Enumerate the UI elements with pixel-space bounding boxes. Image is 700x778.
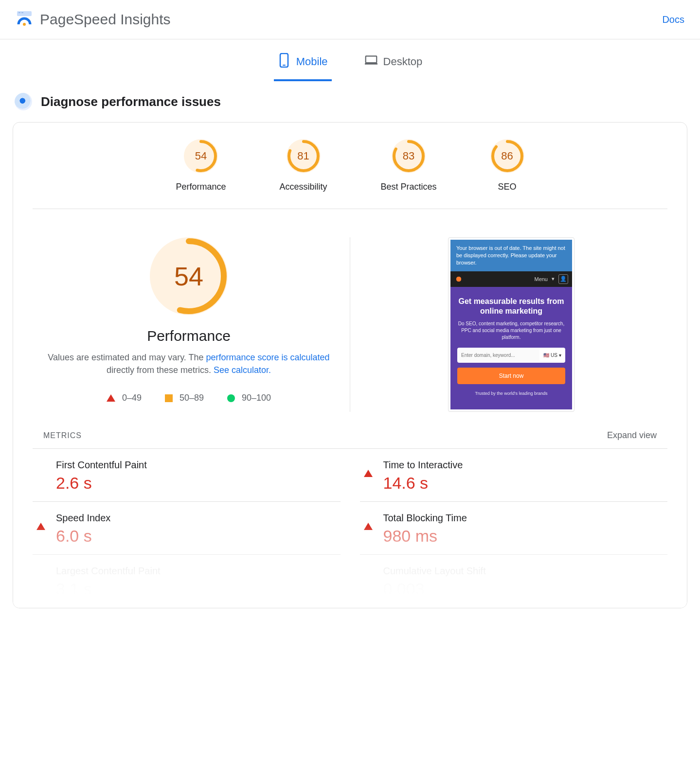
gauge-label: Accessibility xyxy=(279,182,327,192)
chevron-down-icon: ▾ xyxy=(552,276,555,282)
mobile-icon xyxy=(278,53,290,71)
category-scores: 54 Performance 81 Accessibility 83 Best … xyxy=(33,139,667,209)
gauge-label: SEO xyxy=(498,182,517,192)
screenshot-col: Your browser is out of date. The site mi… xyxy=(355,237,667,412)
score-calc-link[interactable]: performance score is calculated xyxy=(206,353,330,362)
svg-rect-7 xyxy=(365,63,377,65)
legend-pass: 90–100 xyxy=(227,393,271,403)
gauge-value: 54 xyxy=(184,139,218,173)
performance-gauge-label: Performance xyxy=(147,328,231,344)
expand-view-toggle[interactable]: Expand view xyxy=(607,430,657,441)
user-icon: 👤 xyxy=(558,274,568,284)
metric-value: 14.6 s xyxy=(383,474,463,493)
square-orange-icon xyxy=(165,394,173,402)
triangle-red-icon xyxy=(107,394,115,402)
brand-title: PageSpeed Insights xyxy=(40,11,171,28)
diagnose-row: Diagnose performance issues xyxy=(0,81,700,115)
metric-row: Time to Interactive 14.6 s xyxy=(360,449,668,502)
screenshot-hero-title: Get measurable results from online marke… xyxy=(457,297,565,317)
legend-average: 50–89 xyxy=(165,393,204,403)
screenshot-search: 🇺🇸US▾ xyxy=(457,348,565,363)
performance-note: Values are estimated and may vary. The p… xyxy=(48,351,330,376)
gauge-value: 81 xyxy=(287,139,321,173)
performance-gauge: 54 xyxy=(150,237,228,315)
tab-mobile[interactable]: Mobile xyxy=(274,48,332,81)
svg-rect-5 xyxy=(283,65,286,66)
screenshot-search-input xyxy=(459,350,539,361)
diagnose-icon xyxy=(15,93,32,110)
metric-row: Largest Contentful Paint 3.1 s xyxy=(33,555,341,608)
metric-name: First Contentful Paint xyxy=(56,460,147,471)
gauge-icon: 86 xyxy=(490,139,524,173)
metric-row: Total Blocking Time 980 ms xyxy=(360,502,668,555)
metrics-title: METRICS xyxy=(43,431,82,440)
score-performance[interactable]: 54 Performance xyxy=(176,139,226,192)
metric-row: Cumulative Layout Shift 0.003 xyxy=(360,555,668,608)
gauge-label: Best Practices xyxy=(381,182,437,192)
screenshot-cta: Start now xyxy=(457,368,565,384)
top-bar: PageSpeed Insights Docs xyxy=(0,0,700,39)
screenshot-trust: Trusted by the world's leading brands xyxy=(457,391,565,400)
flag-icon: 🇺🇸 xyxy=(543,353,549,358)
docs-link[interactable]: Docs xyxy=(662,14,684,25)
performance-gauge-value: 54 xyxy=(150,237,228,315)
gauge-label: Performance xyxy=(176,182,226,192)
metric-value: 3.1 s xyxy=(56,580,161,599)
triangle-red-icon xyxy=(364,461,373,477)
gauge-icon: 54 xyxy=(184,139,218,173)
triangle-red-icon xyxy=(364,514,373,530)
metric-value: 6.0 s xyxy=(56,527,110,546)
metrics-header: METRICS Expand view xyxy=(33,426,667,449)
metric-name: Speed Index xyxy=(56,513,110,524)
metric-value: 980 ms xyxy=(383,527,467,546)
metric-row: Speed Index 6.0 s xyxy=(33,502,341,555)
screenshot-menubar: Menu▾ 👤 xyxy=(450,271,572,287)
tab-mobile-label: Mobile xyxy=(296,55,328,68)
metric-name: Time to Interactive xyxy=(383,460,463,471)
gauge-icon: 81 xyxy=(287,139,321,173)
metric-name: Total Blocking Time xyxy=(383,513,467,524)
score-best practices[interactable]: 83 Best Practices xyxy=(381,139,437,192)
metric-row: First Contentful Paint 2.6 s xyxy=(33,449,341,502)
metrics-grid: First Contentful Paint 2.6 s Time to Int… xyxy=(33,449,667,608)
pagespeed-logo-icon xyxy=(16,10,33,29)
score-accessibility[interactable]: 81 Accessibility xyxy=(279,139,327,192)
screenshot-hero-subtitle: Do SEO, content marketing, competitor re… xyxy=(457,320,565,341)
score-seo[interactable]: 86 SEO xyxy=(490,139,524,192)
chevron-down-icon: ▾ xyxy=(559,353,561,358)
metric-value: 2.6 s xyxy=(56,474,147,493)
metric-name: Cumulative Layout Shift xyxy=(383,566,486,577)
diagnose-title: Diagnose performance issues xyxy=(41,94,221,109)
see-calculator-link[interactable]: See calculator. xyxy=(214,365,271,375)
svg-rect-0 xyxy=(17,11,32,16)
screenshot-locale: 🇺🇸US▾ xyxy=(541,350,563,361)
gauge-value: 83 xyxy=(392,139,426,173)
score-legend: 0–49 50–89 90–100 xyxy=(107,393,271,403)
svg-rect-1 xyxy=(18,12,20,13)
desktop-icon xyxy=(365,53,377,71)
svg-rect-6 xyxy=(365,56,377,63)
performance-row: 54 Performance Values are estimated and … xyxy=(23,209,677,426)
performance-gauge-col: 54 Performance Values are estimated and … xyxy=(33,237,350,412)
flame-logo-icon xyxy=(454,275,463,283)
triangle-red-icon xyxy=(36,514,45,530)
legend-fail: 0–49 xyxy=(107,393,142,403)
page-screenshot: Your browser is out of date. The site mi… xyxy=(448,237,574,412)
outdated-browser-banner: Your browser is out of date. The site mi… xyxy=(450,240,572,271)
gauge-icon: 83 xyxy=(392,139,426,173)
report-card: 54 Performance 81 Accessibility 83 Best … xyxy=(13,122,687,608)
metric-name: Largest Contentful Paint xyxy=(56,566,161,577)
svg-point-3 xyxy=(23,23,26,26)
gauge-value: 86 xyxy=(490,139,524,173)
svg-rect-2 xyxy=(21,12,23,13)
tab-desktop-label: Desktop xyxy=(383,55,423,68)
device-tabs: Mobile Desktop xyxy=(0,39,700,81)
brand[interactable]: PageSpeed Insights xyxy=(16,10,171,29)
circle-green-icon xyxy=(227,394,235,402)
tab-desktop[interactable]: Desktop xyxy=(361,48,427,81)
metric-value: 0.003 xyxy=(383,580,486,599)
